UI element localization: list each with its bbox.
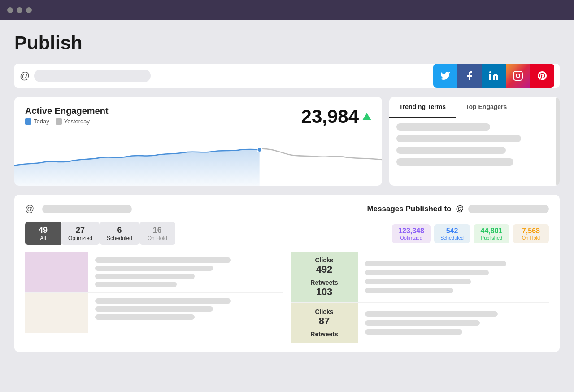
post-thumbnail-2	[25, 293, 88, 333]
mp-at: @	[456, 204, 464, 213]
mp-handle	[468, 205, 549, 213]
svg-point-0	[489, 71, 491, 73]
stat-buttons: 123,348 Optimzied 542 Scheduled 44,801 P…	[392, 224, 549, 243]
at-symbol: @	[20, 70, 30, 82]
filter-onhold[interactable]: 16 On Hold	[139, 222, 175, 245]
engagement-title: Active Engagement	[25, 106, 109, 116]
bottom-card: @ Messages Published to @ 49 All 27 Opti…	[14, 195, 560, 352]
filter-buttons: 49 All 27 Optimzied 6 Scheduled 16 On Ho…	[25, 222, 175, 245]
list-item[interactable]: Clicks 87 Retweets	[291, 303, 549, 343]
search-input[interactable]	[34, 70, 151, 82]
window-dot-1[interactable]	[7, 7, 13, 13]
stat-scheduled[interactable]: 542 Scheduled	[434, 224, 470, 243]
trending-card: Trending Terms Top Engagers	[389, 97, 560, 186]
legend-yesterday: Yesterday	[64, 118, 90, 125]
post-line	[95, 266, 213, 271]
messages-published-label: Messages Published to	[367, 205, 451, 213]
list-item[interactable]: Clicks 492 Retweets 103	[291, 252, 549, 303]
linkedin-icon[interactable]	[482, 64, 506, 88]
post-line	[95, 274, 195, 279]
metrics-list: Clicks 492 Retweets 103 Click	[291, 252, 549, 343]
stat-published[interactable]: 44,801 Published	[474, 224, 509, 243]
content-grid: Clicks 492 Retweets 103 Click	[25, 252, 549, 343]
tab-top-engagers[interactable]: Top Engagers	[456, 97, 517, 118]
filter-scheduled[interactable]: 6 Scheduled	[100, 222, 139, 245]
svg-rect-1	[513, 71, 522, 80]
up-arrow-icon	[362, 113, 371, 120]
twitter-icon[interactable]	[433, 64, 457, 88]
chart-area	[14, 132, 382, 186]
tab-trending-terms[interactable]: Trending Terms	[389, 97, 456, 118]
scroll-bar[interactable]	[556, 97, 560, 186]
facebook-icon[interactable]	[457, 64, 482, 88]
engagement-value: 23,984	[301, 106, 371, 127]
bottom-at: @	[25, 204, 34, 214]
legend-today: Today	[34, 118, 49, 125]
post-thumbnail-1	[25, 252, 88, 292]
engagement-card: Active Engagement Today Yesterday 23,984	[14, 97, 382, 186]
metric-line	[365, 329, 462, 335]
social-icons	[433, 64, 554, 88]
metric-line	[365, 279, 471, 284]
metric-line	[365, 311, 498, 317]
metric-line	[365, 320, 480, 326]
post-line	[95, 282, 177, 287]
metric-cell-2: Clicks 87 Retweets	[291, 303, 358, 343]
table-row[interactable]	[25, 252, 283, 293]
post-line	[95, 298, 231, 304]
stat-onhold[interactable]: 7,568 On Hold	[513, 224, 549, 243]
window-dot-3[interactable]	[26, 7, 32, 13]
post-list	[25, 252, 283, 343]
metric-cell-1: Clicks 492 Retweets 103	[291, 252, 358, 302]
window-dot-2[interactable]	[17, 7, 22, 13]
metric-line	[365, 288, 453, 293]
search-bar: @	[14, 64, 560, 88]
pinterest-icon[interactable]	[530, 64, 554, 88]
post-line	[95, 257, 231, 263]
post-line	[95, 306, 213, 312]
svg-point-3	[257, 148, 262, 152]
page-title: Publish	[14, 32, 560, 54]
metric-line	[365, 261, 506, 266]
table-row[interactable]	[25, 293, 283, 333]
post-line	[95, 314, 195, 320]
instagram-icon[interactable]	[506, 64, 530, 88]
filter-optimized[interactable]: 27 Optimzied	[61, 222, 100, 245]
metric-line	[365, 270, 489, 275]
filter-all[interactable]: 49 All	[25, 222, 61, 245]
title-bar	[0, 0, 574, 20]
bottom-handle	[42, 205, 132, 213]
stat-optimized[interactable]: 123,348 Optimzied	[392, 224, 430, 243]
